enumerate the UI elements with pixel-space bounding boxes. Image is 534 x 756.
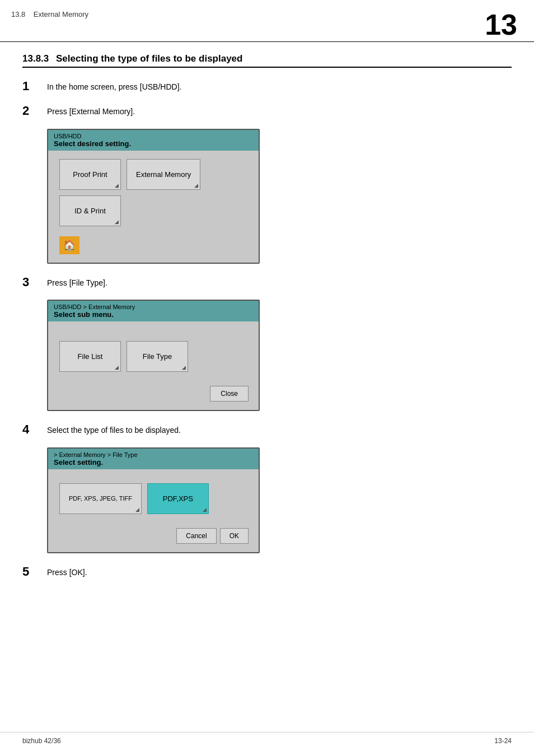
screen1-container: USB/HDD Select desired setting. Proof Pr… bbox=[47, 129, 512, 264]
step-1: 1 In the home screen, press [USB/HDD]. bbox=[22, 79, 512, 94]
step-4: 4 Select the type of files to be display… bbox=[22, 422, 512, 437]
proof-print-button[interactable]: Proof Print bbox=[59, 159, 121, 190]
step-2-text: Press [External Memory]. bbox=[47, 104, 135, 118]
step-5-text: Press [OK]. bbox=[47, 564, 87, 578]
screen1-title1: USB/HDD bbox=[54, 133, 253, 139]
screen2: USB/HDD > External Memory Select sub men… bbox=[47, 300, 260, 411]
file-list-button[interactable]: File List bbox=[59, 341, 121, 372]
page-footer: bizhub 42/36 13-24 bbox=[0, 732, 534, 745]
step-3-text: Press [File Type]. bbox=[47, 275, 107, 289]
screen3: > External Memory > File Type Select set… bbox=[47, 447, 260, 553]
footer-right: 13-24 bbox=[494, 737, 512, 745]
main-content: 13.8.3 Selecting the type of files to be… bbox=[0, 42, 534, 612]
page-header: 13.8 External Memory 13 bbox=[0, 0, 534, 42]
screen1-body: Proof Print External Memory ID & Print 🏠 bbox=[48, 151, 259, 263]
footer-left: bizhub 42/36 bbox=[22, 737, 61, 745]
pdf-xps-jpeg-tiff-button[interactable]: PDF, XPS, JPEG, TIFF bbox=[59, 483, 142, 514]
screen3-body: PDF, XPS, JPEG, TIFF PDF,XPS Cancel OK bbox=[48, 469, 259, 552]
step-2: 2 Press [External Memory]. bbox=[22, 104, 512, 118]
screen2-button-row: File List File Type bbox=[54, 341, 253, 372]
screen1: USB/HDD Select desired setting. Proof Pr… bbox=[47, 129, 260, 264]
external-memory-button[interactable]: External Memory bbox=[127, 159, 200, 190]
step-3: 3 Press [File Type]. bbox=[22, 275, 512, 290]
screen1-button-row1: Proof Print External Memory bbox=[54, 159, 253, 190]
screen2-action-row: Close bbox=[54, 383, 253, 404]
screen1-button-row2: ID & Print bbox=[54, 195, 253, 226]
screen1-title2: Select desired setting. bbox=[54, 139, 253, 148]
home-icon-row: 🏠 bbox=[54, 232, 253, 257]
screen3-container: > External Memory > File Type Select set… bbox=[47, 447, 512, 553]
screen3-action-row: Cancel OK bbox=[54, 525, 253, 547]
close-button[interactable]: Close bbox=[210, 386, 249, 402]
home-icon[interactable]: 🏠 bbox=[59, 236, 79, 254]
screen3-header: > External Memory > File Type Select set… bbox=[48, 449, 259, 469]
step-4-number: 4 bbox=[22, 422, 47, 437]
id-print-button[interactable]: ID & Print bbox=[59, 195, 121, 226]
step-2-number: 2 bbox=[22, 104, 47, 118]
step-1-text: In the home screen, press [USB/HDD]. bbox=[47, 79, 181, 93]
section-title: 13.8.3 Selecting the type of files to be… bbox=[22, 53, 512, 68]
screen3-title1: > External Memory > File Type bbox=[54, 451, 253, 458]
screen2-title1: USB/HDD > External Memory bbox=[54, 304, 253, 310]
screen2-header: USB/HDD > External Memory Select sub men… bbox=[48, 301, 259, 321]
screen2-body: File List File Type Close bbox=[48, 321, 259, 410]
step-5-number: 5 bbox=[22, 564, 47, 579]
ok-button[interactable]: OK bbox=[220, 528, 249, 544]
chapter-number: 13 bbox=[485, 10, 523, 39]
step-3-number: 3 bbox=[22, 275, 47, 290]
step-4-text: Select the type of files to be displayed… bbox=[47, 422, 181, 436]
screen3-title2: Select setting. bbox=[54, 458, 253, 466]
screen1-header: USB/HDD Select desired setting. bbox=[48, 130, 259, 151]
screen2-container: USB/HDD > External Memory Select sub men… bbox=[47, 300, 512, 411]
cancel-button[interactable]: Cancel bbox=[176, 528, 216, 544]
pdf-xps-button[interactable]: PDF,XPS bbox=[147, 483, 209, 514]
step-5: 5 Press [OK]. bbox=[22, 564, 512, 579]
screen3-button-row: PDF, XPS, JPEG, TIFF PDF,XPS bbox=[54, 483, 253, 514]
file-type-button[interactable]: File Type bbox=[127, 341, 188, 372]
screen2-title2: Select sub menu. bbox=[54, 310, 253, 319]
header-section-ref: 13.8 External Memory bbox=[11, 10, 88, 18]
step-1-number: 1 bbox=[22, 79, 47, 94]
